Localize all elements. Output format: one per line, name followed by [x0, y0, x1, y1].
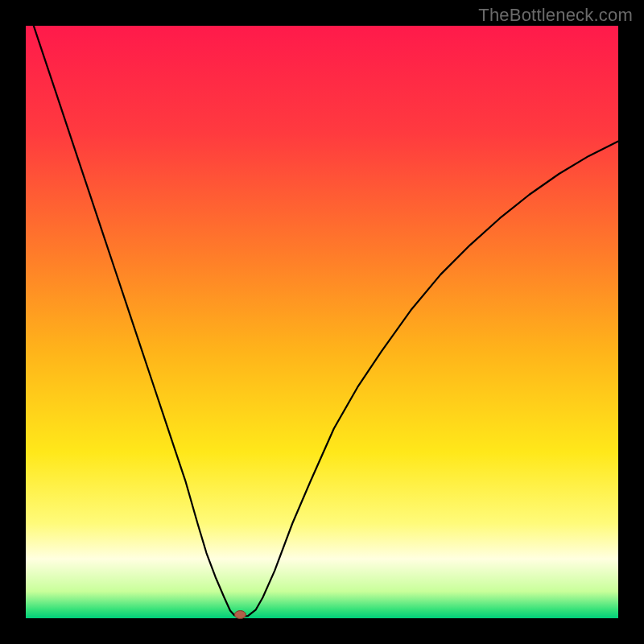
chart-frame: TheBottleneck.com — [0, 0, 644, 644]
optimal-point — [234, 611, 246, 619]
bottleneck-chart — [0, 0, 644, 644]
watermark-text: TheBottleneck.com — [478, 5, 633, 26]
plot-background — [26, 26, 618, 618]
